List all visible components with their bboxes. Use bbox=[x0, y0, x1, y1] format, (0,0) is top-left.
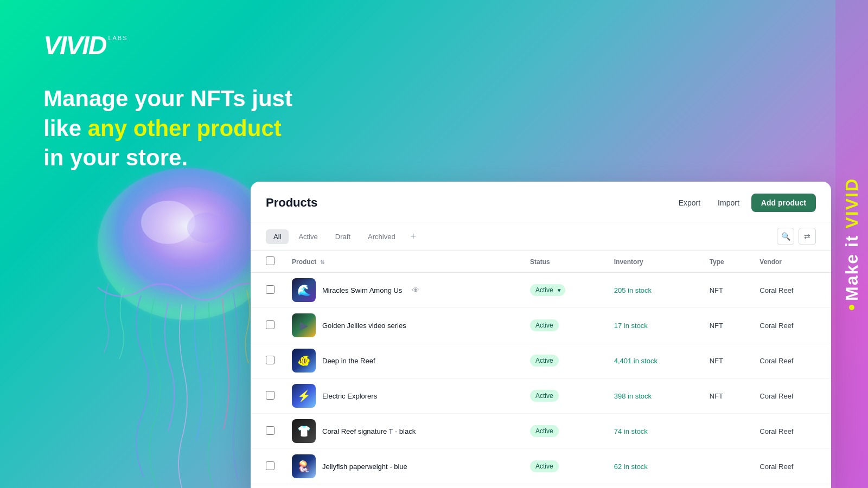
col-checkbox bbox=[251, 251, 283, 273]
type-cell bbox=[701, 414, 751, 449]
products-table-container: Product ⇅ Status Inventory Type Vendor 🌊… bbox=[251, 251, 831, 488]
vendor-cell: Coral Reef bbox=[751, 484, 831, 489]
status-badge[interactable]: Active bbox=[530, 460, 559, 472]
logo-main-text: VIVID bbox=[43, 33, 106, 59]
tab-active[interactable]: Active bbox=[291, 229, 325, 244]
table-row: ⚡ Electric Explorers Active398 in stockN… bbox=[251, 378, 831, 414]
inventory-value[interactable]: 17 in stock bbox=[614, 322, 648, 330]
tab-all[interactable]: All bbox=[266, 229, 289, 244]
product-cell: 👕 Coral Reef signature T - black bbox=[283, 414, 521, 449]
vendor-value: Coral Reef bbox=[760, 427, 793, 435]
products-table: Product ⇅ Status Inventory Type Vendor 🌊… bbox=[251, 251, 831, 488]
thumbnail-icon: 🪼 bbox=[297, 460, 311, 473]
row-2-checkbox[interactable] bbox=[266, 320, 275, 329]
filter-tabs: All Active Draft Archived + bbox=[266, 229, 777, 245]
headline-line2: like any other product bbox=[43, 114, 292, 144]
inventory-value[interactable]: 398 in stock bbox=[614, 392, 652, 400]
svg-point-3 bbox=[187, 213, 225, 243]
product-thumbnail: 🐠 bbox=[292, 349, 316, 373]
product-cell: 🐠 Deep in the Reef bbox=[283, 343, 521, 378]
inventory-cell: 74 in stock bbox=[605, 414, 701, 449]
export-button[interactable]: Export bbox=[673, 195, 706, 210]
inventory-cell: 17 in stock bbox=[605, 308, 701, 343]
type-cell bbox=[701, 484, 751, 489]
status-badge[interactable]: Active bbox=[530, 319, 559, 331]
search-filter-button[interactable]: 🔍 bbox=[777, 228, 794, 245]
status-badge[interactable]: Active bbox=[530, 425, 559, 437]
status-badge[interactable]: Active bbox=[530, 355, 559, 367]
row-4-checkbox[interactable] bbox=[266, 391, 275, 400]
status-badge[interactable]: Active ▼ bbox=[530, 284, 565, 296]
svg-point-1 bbox=[122, 187, 252, 296]
row-checkbox-cell bbox=[251, 378, 283, 414]
row-1-checkbox[interactable] bbox=[266, 285, 275, 294]
inventory-value[interactable]: 74 in stock bbox=[614, 427, 648, 435]
headline-highlight: any other product bbox=[88, 115, 282, 141]
col-inventory-header: Inventory bbox=[605, 251, 701, 273]
logo-area: VIVID LABS bbox=[43, 33, 128, 59]
thumbnail-icon: ⚡ bbox=[297, 389, 311, 402]
add-product-button[interactable]: Add product bbox=[751, 194, 816, 212]
product-name: Miracles Swim Among Us bbox=[322, 286, 402, 294]
vendor-value: Coral Reef bbox=[760, 322, 793, 330]
headline-line3: in your store. bbox=[43, 143, 292, 173]
product-info: ▶ Golden Jellies video series bbox=[292, 313, 513, 337]
tab-archived[interactable]: Archived bbox=[360, 229, 403, 244]
vertical-text-content: Make it VIVID bbox=[842, 178, 862, 301]
dropdown-arrow-icon: ▼ bbox=[557, 287, 562, 293]
select-all-checkbox[interactable] bbox=[266, 256, 275, 265]
vendor-cell: Coral Reef bbox=[751, 414, 831, 449]
col-status-header: Status bbox=[521, 251, 605, 273]
row-6-checkbox[interactable] bbox=[266, 461, 275, 470]
row-3-checkbox[interactable] bbox=[266, 356, 275, 364]
status-badge[interactable]: Active bbox=[530, 390, 559, 402]
status-cell: Archived bbox=[521, 484, 605, 489]
vendor-cell: Coral Reef bbox=[751, 378, 831, 414]
svg-point-2 bbox=[141, 201, 195, 244]
vendor-value: Coral Reef bbox=[760, 357, 793, 365]
status-cell: Active bbox=[521, 449, 605, 484]
tab-add-button[interactable]: + bbox=[405, 229, 422, 245]
type-cell bbox=[701, 449, 751, 484]
sort-icon: ⇄ bbox=[804, 232, 810, 241]
import-button[interactable]: Import bbox=[712, 195, 745, 210]
row-checkbox-cell bbox=[251, 449, 283, 484]
headline-line2-before: like bbox=[43, 115, 88, 141]
sort-button[interactable]: ⇄ bbox=[799, 228, 816, 245]
status-cell: Active bbox=[521, 343, 605, 378]
row-5-checkbox[interactable] bbox=[266, 426, 275, 435]
vendor-cell: Coral Reef bbox=[751, 343, 831, 378]
product-name: Golden Jellies video series bbox=[322, 322, 406, 330]
row-checkbox-cell bbox=[251, 414, 283, 449]
table-row: 🐠 Deep in the Reef Active4,401 in stockN… bbox=[251, 343, 831, 378]
type-cell: NFT bbox=[701, 343, 751, 378]
product-name: Electric Explorers bbox=[322, 392, 377, 400]
product-thumbnail: 👕 bbox=[292, 419, 316, 443]
row-checkbox-cell bbox=[251, 273, 283, 308]
product-cell: ▶ Golden Jellies video series bbox=[283, 308, 521, 343]
inventory-value[interactable]: 62 in stock bbox=[614, 463, 648, 471]
table-row: 🪼 Jellyfish paperweight - blue Active62 … bbox=[251, 449, 831, 484]
status-cell: Active bbox=[521, 308, 605, 343]
row-checkbox-cell bbox=[251, 343, 283, 378]
product-cell: ⚡ Electric Explorers bbox=[283, 378, 521, 414]
inventory-value[interactable]: 4,401 in stock bbox=[614, 357, 658, 365]
vendor-value: Coral Reef bbox=[760, 392, 793, 400]
vendor-value: Coral Reef bbox=[760, 463, 793, 471]
col-product-header: Product ⇅ bbox=[283, 251, 521, 273]
row-checkbox-cell bbox=[251, 308, 283, 343]
status-cell: Active bbox=[521, 414, 605, 449]
product-thumbnail: ▶ bbox=[292, 313, 316, 337]
product-info: 🐠 Deep in the Reef bbox=[292, 349, 513, 373]
tab-draft[interactable]: Draft bbox=[328, 229, 358, 244]
vendor-cell: Coral Reef bbox=[751, 449, 831, 484]
logo-labs-text: LABS bbox=[108, 35, 127, 41]
product-cell: 🌊 Miracles Swim Among Us 👁 bbox=[283, 273, 521, 308]
visibility-icon[interactable]: 👁 bbox=[412, 286, 419, 294]
table-row: 👕 Coral Reef signature T - black Active7… bbox=[251, 414, 831, 449]
inventory-value[interactable]: 205 in stock bbox=[614, 286, 652, 294]
headline: Manage your NFTs just like any other pro… bbox=[43, 84, 292, 173]
panel-header: Products Export Import Add product bbox=[251, 182, 831, 222]
product-info: ⚡ Electric Explorers bbox=[292, 384, 513, 408]
status-cell: Active ▼ bbox=[521, 273, 605, 308]
